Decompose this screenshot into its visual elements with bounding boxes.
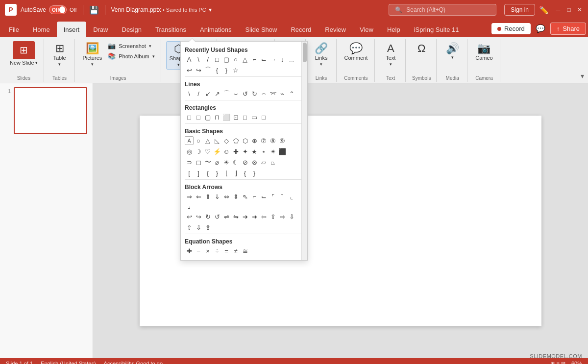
ba-3up[interactable]: ⇧ bbox=[185, 223, 194, 232]
tab-ispring[interactable]: iSpring Suite 11 bbox=[407, 22, 466, 37]
tab-file[interactable]: File bbox=[2, 22, 26, 37]
bs-textbox[interactable]: A bbox=[185, 136, 194, 145]
photoalbum-button[interactable]: 📚 Photo Album ▾ bbox=[106, 51, 156, 61]
bs-hexa[interactable]: ⬡ bbox=[241, 136, 249, 145]
tab-review[interactable]: Review bbox=[318, 22, 353, 37]
line-zigzag[interactable]: ⌁ bbox=[278, 89, 287, 98]
eq-plus[interactable]: ✚ bbox=[185, 246, 194, 255]
pen-icon[interactable]: ✏️ bbox=[539, 5, 549, 15]
bs-parallelogram[interactable]: ▱ bbox=[259, 158, 268, 167]
shape-line-2[interactable]: / bbox=[203, 55, 212, 64]
rect-8[interactable]: ▭ bbox=[250, 113, 259, 121]
tab-record[interactable]: Record bbox=[284, 22, 318, 37]
bs-oval[interactable]: ○ bbox=[194, 136, 203, 145]
line-freeform[interactable]: ⌃ bbox=[287, 89, 296, 98]
bs-star6[interactable]: ⋆ bbox=[259, 147, 268, 156]
ba-ccw[interactable]: ↺ bbox=[213, 212, 221, 221]
save-icon[interactable]: 💾 bbox=[89, 5, 99, 15]
shapes-scrollbar-thumb[interactable] bbox=[303, 43, 307, 62]
rect-7[interactable]: □ bbox=[241, 113, 249, 121]
eq-minus[interactable]: − bbox=[194, 246, 203, 255]
shape-line-1[interactable]: \ bbox=[194, 55, 203, 64]
bs-hepta[interactable]: ⊕ bbox=[250, 136, 259, 145]
bs-cr[interactable]: } bbox=[213, 169, 221, 177]
new-slide-button[interactable]: ⊞ New Slide ▾ bbox=[8, 41, 40, 67]
screenshot-button[interactable]: 📷 Screenshot ▾ bbox=[106, 41, 156, 50]
shape-rect[interactable]: □ bbox=[213, 55, 221, 64]
shape-triangle[interactable]: △ bbox=[241, 55, 249, 64]
shape-arrow-right[interactable]: → bbox=[269, 55, 277, 64]
shape-star[interactable]: ☆ bbox=[231, 66, 240, 74]
eq-eq[interactable]: = bbox=[222, 246, 231, 255]
bs-8[interactable]: ⑧ bbox=[269, 136, 277, 145]
ba-pentagon[interactable]: ⇦ bbox=[259, 212, 268, 221]
bs-moon[interactable]: ☾ bbox=[231, 158, 240, 167]
minimize-button[interactable]: ─ bbox=[555, 6, 562, 13]
autosave-toggle[interactable]: Off bbox=[49, 5, 67, 14]
cameo-button[interactable]: 📷 Cameo bbox=[472, 41, 495, 63]
tab-design[interactable]: Design bbox=[115, 22, 148, 37]
bs-penta[interactable]: ⬠ bbox=[231, 136, 240, 145]
ba-3right[interactable]: ⇪ bbox=[203, 223, 212, 232]
share-button[interactable]: ↑ Share bbox=[550, 23, 586, 35]
slide-thumb-image[interactable] bbox=[14, 87, 87, 134]
ba-up[interactable]: ⇑ bbox=[203, 192, 212, 201]
bs-cross[interactable]: ✚ bbox=[231, 147, 240, 156]
rect-5[interactable]: ⬜ bbox=[222, 113, 231, 121]
bs-bl2[interactable]: ⌊ bbox=[222, 169, 231, 177]
ribbon-expand-icon[interactable]: ▾ bbox=[581, 72, 584, 80]
bs-triangle[interactable]: △ bbox=[203, 136, 212, 145]
ba-uturn-r[interactable]: ↪ bbox=[194, 212, 203, 221]
ba-stripe2[interactable]: ⌝ bbox=[278, 192, 287, 201]
bs-7[interactable]: ⑦ bbox=[259, 136, 268, 145]
line-loop[interactable]: ↺ bbox=[241, 89, 249, 98]
shape-brace-l[interactable]: { bbox=[213, 66, 221, 74]
rect-6[interactable]: ⊡ bbox=[231, 113, 240, 121]
pictures-button[interactable]: 🖼️ Pictures ▾ bbox=[80, 41, 105, 69]
shape-round-rect[interactable]: ▢ bbox=[222, 55, 231, 64]
bs-cl2[interactable]: { bbox=[241, 169, 249, 177]
rect-1[interactable]: □ bbox=[185, 113, 194, 121]
search-input[interactable] bbox=[406, 6, 485, 13]
bs-ring[interactable]: ◎ bbox=[185, 147, 194, 156]
bs-crescent[interactable]: ☽ bbox=[194, 147, 203, 156]
bs-star4[interactable]: ✦ bbox=[241, 147, 249, 156]
shapes-scrollbar-track[interactable] bbox=[301, 42, 307, 260]
rect-9[interactable]: □ bbox=[259, 113, 268, 121]
ba-quad[interactable]: ⇖ bbox=[241, 192, 249, 201]
shape-arc-2[interactable]: ↪ bbox=[194, 66, 203, 74]
ba-curved[interactable]: ⇩ bbox=[287, 212, 296, 221]
shape-brace-r[interactable]: } bbox=[222, 66, 231, 74]
bs-star8[interactable]: ✴ bbox=[269, 147, 277, 156]
line-double[interactable]: ⌤ bbox=[269, 89, 277, 98]
tab-slideshow[interactable]: Slide Show bbox=[238, 22, 284, 37]
bs-cube[interactable]: ⬛ bbox=[278, 147, 287, 156]
ba-3down[interactable]: ⇩ bbox=[194, 223, 203, 232]
line-arrow-2[interactable]: ↗ bbox=[213, 89, 221, 98]
text-button[interactable]: A Text ▾ bbox=[380, 41, 401, 69]
restore-button[interactable]: □ bbox=[565, 6, 572, 13]
bs-can[interactable]: ⊃ bbox=[185, 158, 194, 167]
bs-rtriangle[interactable]: ◺ bbox=[213, 136, 221, 145]
ba-split[interactable]: ⇌ bbox=[222, 212, 231, 221]
bs-wave[interactable]: 〜 bbox=[203, 158, 212, 167]
ba-uturn-l[interactable]: ↩ bbox=[185, 212, 194, 221]
search-bar[interactable]: 🔍 bbox=[389, 4, 496, 16]
comment-button[interactable]: 💬 bbox=[534, 22, 547, 35]
bs-square-2[interactable]: ◻ bbox=[194, 158, 203, 167]
bs-trap[interactable]: ⏢ bbox=[269, 158, 277, 167]
shape-callout[interactable]: ⎵ bbox=[287, 55, 296, 64]
bs-bl[interactable]: [ bbox=[185, 169, 194, 177]
tab-insert[interactable]: Insert bbox=[57, 22, 87, 37]
rect-3[interactable]: ▢ bbox=[203, 113, 212, 121]
shape-curve[interactable]: ⌒ bbox=[203, 66, 212, 74]
symbols-button[interactable]: Ω bbox=[411, 41, 432, 56]
ba-stripe[interactable]: ⌜ bbox=[269, 192, 277, 201]
ba-down[interactable]: ⇓ bbox=[213, 192, 221, 201]
media-button[interactable]: 🔊 ▾ bbox=[441, 41, 463, 62]
eq-neq[interactable]: ≠ bbox=[231, 246, 240, 255]
line-curved[interactable]: ⌒ bbox=[222, 89, 231, 98]
bs-diamond[interactable]: ◇ bbox=[222, 136, 231, 145]
shape-arc[interactable]: ↩ bbox=[185, 66, 194, 74]
bs-star5[interactable]: ★ bbox=[250, 147, 259, 156]
